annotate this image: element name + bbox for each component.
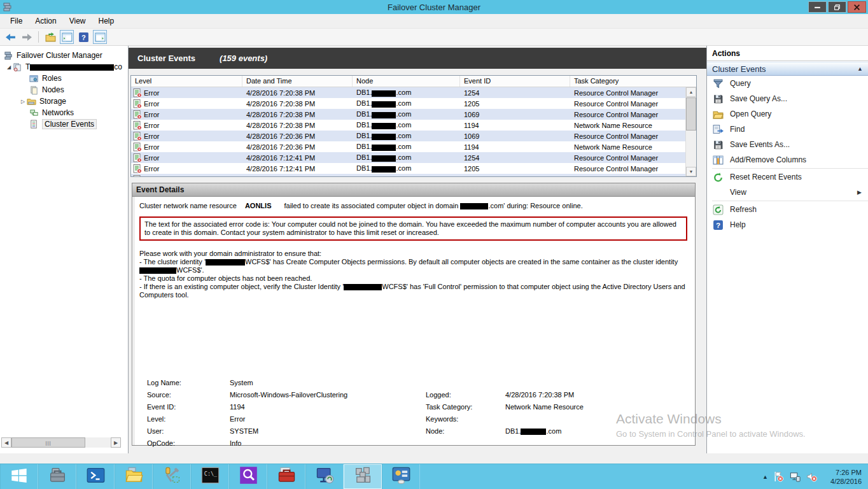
tree-item-roles[interactable]: Roles: [0, 73, 128, 84]
submenu-arrow-icon: ▶: [857, 189, 862, 195]
column-header-task-category[interactable]: Task Category: [570, 76, 696, 87]
error-icon: [133, 164, 142, 173]
menu-view[interactable]: View: [63, 15, 92, 27]
field-event-id: Event ID:1194: [147, 401, 414, 413]
table-row[interactable]: Error4/28/2016 7:20:38 PMDB1..com1069Res…: [131, 109, 685, 120]
taskbar-server-manager[interactable]: [38, 464, 76, 489]
action-find[interactable]: Find: [707, 122, 868, 137]
help-icon[interactable]: ?: [76, 30, 90, 44]
restore-button[interactable]: [828, 1, 846, 13]
action-add-remove-columns[interactable]: Add/Remove Columns: [707, 152, 868, 167]
redaction-bar: [521, 429, 546, 435]
tree-item-networks[interactable]: Networks: [0, 107, 128, 118]
action-open-query[interactable]: Open Query: [707, 106, 868, 122]
console-tree-toggle-icon[interactable]: [60, 30, 74, 44]
admin-tools-icon: [163, 466, 181, 487]
tree-root[interactable]: Failover Cluster Manager: [0, 50, 128, 61]
cluster-manager-icon: [4, 51, 13, 60]
reset-icon: [713, 172, 724, 183]
action-query[interactable]: Query: [707, 76, 868, 91]
taskbar-powershell[interactable]: [76, 464, 115, 489]
close-button[interactable]: [848, 1, 866, 13]
scroll-right-icon[interactable]: ▶: [111, 437, 121, 448]
actions-title: Actions: [707, 46, 868, 61]
actions-pane: Actions Cluster Events ▲ QuerySave Query…: [707, 46, 868, 453]
tree-horizontal-scrollbar[interactable]: ◀ ||| ▶: [1, 437, 121, 448]
query-icon: [713, 78, 724, 89]
export-list-icon[interactable]: [43, 30, 57, 44]
back-icon[interactable]: [3, 30, 17, 44]
clock-date: 4/28/2016: [822, 477, 862, 486]
redaction-bar: [372, 90, 396, 97]
taskbar-command-prompt[interactable]: C:\_: [191, 464, 229, 489]
tree-item-nodes[interactable]: Nodes: [0, 84, 128, 96]
action-reset-recent-events[interactable]: Reset Recent Events: [707, 169, 868, 185]
error-icon: [133, 110, 142, 119]
taskbar-toolbox[interactable]: [267, 464, 305, 489]
actions-section-header[interactable]: Cluster Events ▲: [707, 62, 868, 76]
column-header-node[interactable]: Node: [353, 76, 460, 87]
tray-expand-icon[interactable]: ▲: [762, 474, 768, 480]
forward-icon[interactable]: [20, 30, 34, 44]
table-row[interactable]: Error4/28/2016 7:20:38 PMDB1..com1254Res…: [131, 87, 685, 98]
action-pane-toggle-icon[interactable]: [93, 30, 107, 44]
table-row[interactable]: Error4/28/2016 7:20:38 PMDB1..com1205Res…: [131, 98, 685, 109]
scroll-thumb[interactable]: |||: [11, 437, 85, 448]
taskbar-file-explorer[interactable]: [115, 464, 153, 489]
error-icon: [133, 89, 142, 97]
powershell-icon: [87, 466, 105, 487]
column-header-level[interactable]: Level: [131, 76, 242, 87]
scroll-left-icon[interactable]: ◀: [1, 437, 11, 448]
column-header-event-id[interactable]: Event ID: [460, 76, 570, 87]
taskbar-failover-cluster-manager[interactable]: [344, 464, 382, 489]
menu-action[interactable]: Action: [29, 15, 62, 27]
scroll-up-icon[interactable]: ▲: [686, 87, 696, 97]
table-row[interactable]: Error4/28/2016 7:12:41 PMDB1..com1069Res…: [131, 174, 685, 176]
table-vertical-scrollbar[interactable]: ▲ ▼: [685, 87, 696, 176]
network-icon[interactable]: [789, 471, 801, 483]
action-refresh[interactable]: Refresh: [707, 202, 868, 217]
icon-spacer: [713, 187, 724, 198]
window-title: Failover Cluster Manager: [0, 3, 868, 12]
results-header: Cluster Events (159 events): [129, 48, 706, 69]
tree-item-cluster-events[interactable]: Cluster Events: [0, 118, 128, 130]
taskbar-start[interactable]: [0, 464, 38, 489]
action-save-events-as[interactable]: Save Events As...: [707, 137, 868, 152]
taskbar-display-settings[interactable]: [382, 464, 420, 489]
taskbar-administrative-tools[interactable]: [153, 464, 191, 489]
field-logged: Logged:4/28/2016 7:20:38 PM: [426, 389, 680, 401]
taskbar-clock[interactable]: 7:26 PM 4/28/2016: [822, 468, 862, 486]
column-header-date-and-time[interactable]: Date and Time: [242, 76, 353, 87]
table-row[interactable]: Error4/28/2016 7:12:41 PMDB1..com1205Res…: [131, 163, 685, 174]
cmd-icon: C:\_: [201, 466, 220, 487]
action-save-query-as[interactable]: Save Query As...: [707, 91, 868, 106]
volume-icon[interactable]: [806, 471, 818, 483]
action-help[interactable]: ?Help: [707, 217, 868, 232]
redaction-bar: [372, 166, 396, 173]
collapse-expander-icon[interactable]: ◢: [5, 64, 13, 70]
table-row[interactable]: Error4/28/2016 7:12:41 PMDB1..com1254Res…: [131, 152, 685, 163]
taskbar-remote-desktop[interactable]: [305, 464, 344, 489]
event-fields: Log Name:SystemSource:Microsoft-Windows-…: [141, 377, 691, 443]
field-opcode: OpCode:Info: [147, 437, 414, 450]
minimize-button[interactable]: [808, 1, 827, 13]
expander-icon[interactable]: ▷: [19, 99, 27, 104]
save-icon: [713, 94, 724, 104]
start-icon: [11, 467, 27, 486]
collapse-icon[interactable]: ▲: [857, 66, 863, 72]
redaction-bar: [372, 101, 396, 108]
action-view[interactable]: View▶: [707, 185, 868, 200]
tree-item-storage[interactable]: ▷Storage: [0, 96, 128, 107]
table-row[interactable]: Error4/28/2016 7:20:38 PMDB1..com1194Net…: [131, 120, 685, 131]
menu-help[interactable]: Help: [92, 15, 121, 27]
scroll-thumb[interactable]: [686, 97, 696, 131]
menu-file[interactable]: File: [4, 15, 29, 27]
table-row[interactable]: Error4/28/2016 7:20:36 PMDB1..com1069Res…: [131, 131, 685, 141]
action-center-flag-icon[interactable]: [773, 471, 785, 483]
scroll-down-icon[interactable]: ▼: [686, 167, 696, 176]
cluster-icon: [13, 62, 22, 72]
table-row[interactable]: Error4/28/2016 7:20:36 PMDB1..com1194Net…: [131, 141, 685, 152]
console-tree-panel: Failover Cluster Manager◢TcoRolesNodes▷S…: [0, 46, 129, 453]
tree-cluster-node[interactable]: ◢Tco: [0, 61, 128, 73]
taskbar-search[interactable]: [229, 464, 267, 489]
